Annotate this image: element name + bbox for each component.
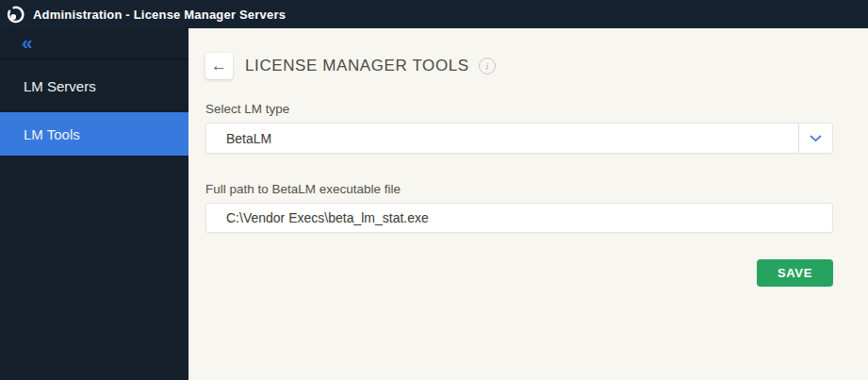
lm-type-select[interactable]: BetaLM bbox=[205, 123, 833, 154]
top-bar: Administration - License Manager Servers bbox=[0, 0, 868, 28]
sidebar: « LM Servers LM Tools bbox=[0, 28, 188, 380]
admin-logo-icon bbox=[6, 5, 25, 24]
back-arrow-icon: ← bbox=[211, 58, 227, 74]
chevron-down-icon[interactable] bbox=[798, 124, 832, 153]
lm-type-label: Select LM type bbox=[205, 102, 833, 116]
save-button[interactable]: SAVE bbox=[757, 259, 833, 287]
page-header: ← LICENSE MANAGER TOOLS i bbox=[205, 52, 833, 79]
exe-path-input[interactable] bbox=[205, 203, 833, 233]
sidebar-item-label: LM Servers bbox=[24, 78, 96, 94]
window-title: Administration - License Manager Servers bbox=[33, 8, 286, 22]
exe-path-label: Full path to BetaLM executable file bbox=[205, 182, 833, 196]
lm-type-selected-value: BetaLM bbox=[206, 131, 271, 146]
collapse-sidebar-icon[interactable]: « bbox=[22, 32, 33, 55]
sidebar-item-label: LM Tools bbox=[24, 126, 80, 142]
info-icon[interactable]: i bbox=[479, 58, 496, 74]
sidebar-item-lm-tools[interactable]: LM Tools bbox=[0, 112, 188, 156]
main-content: ← LICENSE MANAGER TOOLS i Select LM type… bbox=[188, 28, 868, 380]
back-button[interactable]: ← bbox=[205, 53, 233, 79]
sidebar-item-lm-servers[interactable]: LM Servers bbox=[0, 59, 188, 112]
actions-row: SAVE bbox=[205, 259, 833, 287]
page-title: LICENSE MANAGER TOOLS bbox=[245, 57, 469, 75]
sidebar-collapse-row: « bbox=[0, 28, 188, 59]
